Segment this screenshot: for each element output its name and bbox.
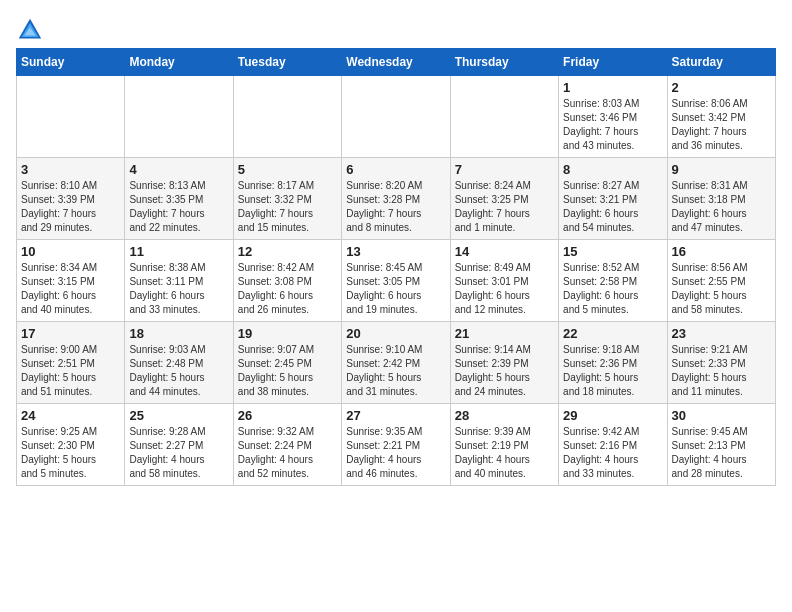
calendar-cell <box>342 76 450 158</box>
calendar-cell: 7Sunrise: 8:24 AM Sunset: 3:25 PM Daylig… <box>450 158 558 240</box>
calendar-cell: 22Sunrise: 9:18 AM Sunset: 2:36 PM Dayli… <box>559 322 667 404</box>
day-number: 28 <box>455 408 554 423</box>
page-container: SundayMondayTuesdayWednesdayThursdayFrid… <box>0 0 792 496</box>
calendar-cell: 15Sunrise: 8:52 AM Sunset: 2:58 PM Dayli… <box>559 240 667 322</box>
calendar-week-1: 3Sunrise: 8:10 AM Sunset: 3:39 PM Daylig… <box>17 158 776 240</box>
calendar-cell: 21Sunrise: 9:14 AM Sunset: 2:39 PM Dayli… <box>450 322 558 404</box>
calendar-cell: 14Sunrise: 8:49 AM Sunset: 3:01 PM Dayli… <box>450 240 558 322</box>
header-day-monday: Monday <box>125 49 233 76</box>
calendar-cell <box>450 76 558 158</box>
calendar-cell: 16Sunrise: 8:56 AM Sunset: 2:55 PM Dayli… <box>667 240 775 322</box>
day-info: Sunrise: 9:28 AM Sunset: 2:27 PM Dayligh… <box>129 425 228 481</box>
day-info: Sunrise: 8:52 AM Sunset: 2:58 PM Dayligh… <box>563 261 662 317</box>
day-number: 16 <box>672 244 771 259</box>
day-info: Sunrise: 8:17 AM Sunset: 3:32 PM Dayligh… <box>238 179 337 235</box>
calendar-cell: 29Sunrise: 9:42 AM Sunset: 2:16 PM Dayli… <box>559 404 667 486</box>
calendar-week-3: 17Sunrise: 9:00 AM Sunset: 2:51 PM Dayli… <box>17 322 776 404</box>
calendar-week-2: 10Sunrise: 8:34 AM Sunset: 3:15 PM Dayli… <box>17 240 776 322</box>
day-info: Sunrise: 9:45 AM Sunset: 2:13 PM Dayligh… <box>672 425 771 481</box>
calendar-cell: 26Sunrise: 9:32 AM Sunset: 2:24 PM Dayli… <box>233 404 341 486</box>
calendar-cell: 9Sunrise: 8:31 AM Sunset: 3:18 PM Daylig… <box>667 158 775 240</box>
day-info: Sunrise: 9:00 AM Sunset: 2:51 PM Dayligh… <box>21 343 120 399</box>
calendar-cell: 24Sunrise: 9:25 AM Sunset: 2:30 PM Dayli… <box>17 404 125 486</box>
day-info: Sunrise: 9:03 AM Sunset: 2:48 PM Dayligh… <box>129 343 228 399</box>
day-info: Sunrise: 8:34 AM Sunset: 3:15 PM Dayligh… <box>21 261 120 317</box>
calendar-cell <box>17 76 125 158</box>
day-info: Sunrise: 8:03 AM Sunset: 3:46 PM Dayligh… <box>563 97 662 153</box>
day-number: 10 <box>21 244 120 259</box>
logo <box>16 16 48 44</box>
header-day-saturday: Saturday <box>667 49 775 76</box>
day-info: Sunrise: 9:14 AM Sunset: 2:39 PM Dayligh… <box>455 343 554 399</box>
day-info: Sunrise: 9:07 AM Sunset: 2:45 PM Dayligh… <box>238 343 337 399</box>
day-info: Sunrise: 8:27 AM Sunset: 3:21 PM Dayligh… <box>563 179 662 235</box>
calendar-cell: 10Sunrise: 8:34 AM Sunset: 3:15 PM Dayli… <box>17 240 125 322</box>
day-number: 2 <box>672 80 771 95</box>
day-number: 4 <box>129 162 228 177</box>
day-number: 26 <box>238 408 337 423</box>
day-number: 18 <box>129 326 228 341</box>
header <box>16 16 776 44</box>
calendar-cell: 19Sunrise: 9:07 AM Sunset: 2:45 PM Dayli… <box>233 322 341 404</box>
calendar-table: SundayMondayTuesdayWednesdayThursdayFrid… <box>16 48 776 486</box>
calendar-cell: 28Sunrise: 9:39 AM Sunset: 2:19 PM Dayli… <box>450 404 558 486</box>
day-info: Sunrise: 8:10 AM Sunset: 3:39 PM Dayligh… <box>21 179 120 235</box>
logo-icon <box>16 16 44 44</box>
day-info: Sunrise: 8:24 AM Sunset: 3:25 PM Dayligh… <box>455 179 554 235</box>
calendar-cell <box>125 76 233 158</box>
day-info: Sunrise: 9:32 AM Sunset: 2:24 PM Dayligh… <box>238 425 337 481</box>
day-number: 9 <box>672 162 771 177</box>
calendar-cell: 17Sunrise: 9:00 AM Sunset: 2:51 PM Dayli… <box>17 322 125 404</box>
calendar-cell: 25Sunrise: 9:28 AM Sunset: 2:27 PM Dayli… <box>125 404 233 486</box>
day-info: Sunrise: 8:38 AM Sunset: 3:11 PM Dayligh… <box>129 261 228 317</box>
calendar-cell: 12Sunrise: 8:42 AM Sunset: 3:08 PM Dayli… <box>233 240 341 322</box>
day-number: 27 <box>346 408 445 423</box>
calendar-week-0: 1Sunrise: 8:03 AM Sunset: 3:46 PM Daylig… <box>17 76 776 158</box>
calendar-cell: 23Sunrise: 9:21 AM Sunset: 2:33 PM Dayli… <box>667 322 775 404</box>
day-number: 8 <box>563 162 662 177</box>
day-info: Sunrise: 9:21 AM Sunset: 2:33 PM Dayligh… <box>672 343 771 399</box>
calendar-cell: 13Sunrise: 8:45 AM Sunset: 3:05 PM Dayli… <box>342 240 450 322</box>
day-number: 13 <box>346 244 445 259</box>
day-number: 7 <box>455 162 554 177</box>
day-info: Sunrise: 9:42 AM Sunset: 2:16 PM Dayligh… <box>563 425 662 481</box>
day-number: 1 <box>563 80 662 95</box>
calendar-cell: 4Sunrise: 8:13 AM Sunset: 3:35 PM Daylig… <box>125 158 233 240</box>
day-number: 15 <box>563 244 662 259</box>
day-number: 17 <box>21 326 120 341</box>
calendar-cell: 6Sunrise: 8:20 AM Sunset: 3:28 PM Daylig… <box>342 158 450 240</box>
day-number: 12 <box>238 244 337 259</box>
calendar-week-4: 24Sunrise: 9:25 AM Sunset: 2:30 PM Dayli… <box>17 404 776 486</box>
day-info: Sunrise: 8:13 AM Sunset: 3:35 PM Dayligh… <box>129 179 228 235</box>
day-info: Sunrise: 8:31 AM Sunset: 3:18 PM Dayligh… <box>672 179 771 235</box>
calendar-cell: 27Sunrise: 9:35 AM Sunset: 2:21 PM Dayli… <box>342 404 450 486</box>
header-day-friday: Friday <box>559 49 667 76</box>
day-info: Sunrise: 9:25 AM Sunset: 2:30 PM Dayligh… <box>21 425 120 481</box>
day-info: Sunrise: 8:56 AM Sunset: 2:55 PM Dayligh… <box>672 261 771 317</box>
day-info: Sunrise: 8:06 AM Sunset: 3:42 PM Dayligh… <box>672 97 771 153</box>
day-info: Sunrise: 8:42 AM Sunset: 3:08 PM Dayligh… <box>238 261 337 317</box>
day-info: Sunrise: 8:20 AM Sunset: 3:28 PM Dayligh… <box>346 179 445 235</box>
day-number: 3 <box>21 162 120 177</box>
calendar-cell <box>233 76 341 158</box>
header-day-thursday: Thursday <box>450 49 558 76</box>
day-info: Sunrise: 9:10 AM Sunset: 2:42 PM Dayligh… <box>346 343 445 399</box>
calendar-cell: 20Sunrise: 9:10 AM Sunset: 2:42 PM Dayli… <box>342 322 450 404</box>
calendar-cell: 2Sunrise: 8:06 AM Sunset: 3:42 PM Daylig… <box>667 76 775 158</box>
calendar-cell: 1Sunrise: 8:03 AM Sunset: 3:46 PM Daylig… <box>559 76 667 158</box>
calendar-header-row: SundayMondayTuesdayWednesdayThursdayFrid… <box>17 49 776 76</box>
day-number: 29 <box>563 408 662 423</box>
day-number: 23 <box>672 326 771 341</box>
header-day-tuesday: Tuesday <box>233 49 341 76</box>
calendar-cell: 18Sunrise: 9:03 AM Sunset: 2:48 PM Dayli… <box>125 322 233 404</box>
calendar-cell: 11Sunrise: 8:38 AM Sunset: 3:11 PM Dayli… <box>125 240 233 322</box>
day-number: 11 <box>129 244 228 259</box>
calendar-cell: 5Sunrise: 8:17 AM Sunset: 3:32 PM Daylig… <box>233 158 341 240</box>
day-number: 25 <box>129 408 228 423</box>
day-number: 30 <box>672 408 771 423</box>
header-day-sunday: Sunday <box>17 49 125 76</box>
day-number: 21 <box>455 326 554 341</box>
day-number: 14 <box>455 244 554 259</box>
day-number: 22 <box>563 326 662 341</box>
header-day-wednesday: Wednesday <box>342 49 450 76</box>
